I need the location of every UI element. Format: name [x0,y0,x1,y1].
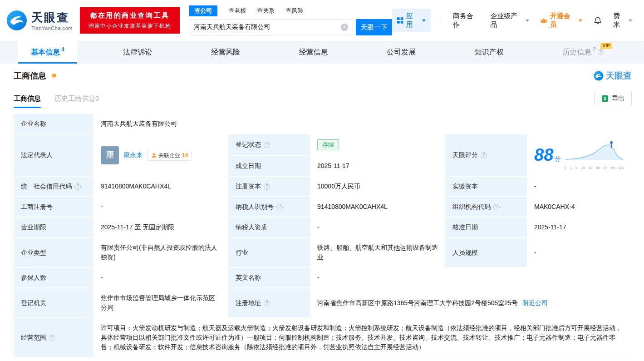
score-number: 88 [534,145,553,164]
score-axis-ticks: 0151550859799100 [565,165,624,171]
tab-history-info[interactable]: VIP 历史信息 2 ? [550,41,617,64]
grid-icon [397,17,403,24]
help-icon[interactable]: ? [74,183,81,190]
business-term-label: 营业期限 [14,218,93,238]
ad-line2: 国家中小企业发展基金旗下机构 [88,22,171,30]
table-row: 登记机关 焦作市市场监督管理局城乡一体化示范区分局 注册地址? 河南省焦作市高新… [14,288,632,318]
tab-legal-lawsuit[interactable]: 法律诉讼 [110,41,165,64]
table-row: 经营范围? 许可项目：火箭发动机研发与制造；航天器及运载火箭制造；火箭发射设备研… [14,318,632,358]
credit-code-value: 91410800MAK0CAHX4L [93,177,228,197]
tianyancha-logo[interactable]: 天眼查 TianYanCha.com [6,10,73,31]
company-type-value: 有限责任公司(非自然人投资或控股的法人独资) [93,238,228,268]
help-icon[interactable]: ? [493,204,500,210]
taxpayer-quality-value: - [310,218,445,238]
industry-value: 铁路、船舶、航空航天和其他运输设备制造业 [310,238,445,268]
menu-cooperation[interactable]: 商务合作 [453,12,480,29]
reg-status-cell: 存续 [310,134,445,156]
table-row: 统一社会信用代码? 91410800MAK0CAHX4L 注册资本? 10000… [14,177,632,197]
field-label: 经营范围 [21,334,46,341]
export-label: 导出 [612,94,624,103]
tianyan-score-value: 88分 [534,142,560,168]
company-nav-tabs: 基本信息 4 法律诉讼 经营风险 经营信息 公司发展 知识产权 VIP 历史信息… [0,41,644,64]
related-companies-count: 14 [182,151,188,159]
ad-line1: 都在用的商业查询工具 [90,11,170,20]
english-name-label: 英文名称 [228,268,310,288]
excel-icon [601,95,609,102]
reg-number-value: - [93,197,228,218]
score-curve [565,139,624,162]
menu-enterprise[interactable]: 企业级产品 [490,12,529,29]
reg-status-label: 登记状态? [228,134,310,156]
help-icon[interactable]: ? [264,142,270,148]
reg-number-label: 工商注册号 [14,197,93,218]
table-row: 工商注册号 - 纳税人识别号? 91410800MAK0CAHX4L 组织机构代… [14,197,632,218]
help-icon[interactable]: ? [481,152,487,158]
english-name-value: - [310,268,632,288]
legal-rep-avatar[interactable]: 康 [101,146,119,164]
tab-basic-info-label: 基本信息 [31,48,60,57]
search-tab-company[interactable]: 查公司 [189,5,217,16]
chevron-down-icon [579,20,582,22]
ad-banner[interactable]: 都在用的商业查询工具 国家中小企业发展基金旗下机构 [80,7,180,34]
legal-rep-label: 法定代表人 [14,134,93,177]
chevron-down-icon [422,20,426,22]
help-icon[interactable]: ? [598,49,604,55]
company-type-label: 企业类型 [14,238,93,268]
nearby-companies-link[interactable]: 附近公司 [522,299,548,307]
help-icon[interactable]: ? [264,183,270,190]
export-button[interactable]: 导出 [594,91,632,106]
field-label: 纳税人识别号 [236,203,274,210]
tab-label: 公司发展 [387,48,416,57]
approval-date-value: 2025-11-17 [527,218,632,238]
table-row: 营业期限 2025-11-17 至 无固定期限 纳税人资质 - 核准日期 202… [14,218,632,238]
section-title: 工商信息 [14,70,46,81]
approval-date-label: 核准日期 [445,218,527,238]
search-tab-relation[interactable]: 查关系 [257,5,275,16]
business-term-value: 2025-11-17 至 无固定期限 [93,218,228,238]
search-tab-boss[interactable]: 查老板 [228,5,246,16]
menu-enterprise-label: 企业级产品 [490,12,523,29]
search-tab-risk[interactable]: 查风险 [285,5,303,16]
crown-icon [540,17,548,24]
subscribe-bell-icon[interactable] [50,72,58,79]
clear-icon[interactable]: × [341,24,348,31]
help-icon[interactable]: ? [276,204,283,210]
tab-basic-info[interactable]: 基本信息 4 [18,41,77,64]
tab-operation-info[interactable]: 经营信息 [286,41,340,64]
related-companies-tag[interactable]: 关联企业 14 [147,150,192,161]
field-label: 登记状态 [236,141,261,148]
subtab-business-info[interactable]: 工商信息 [14,94,41,108]
tianyan-score-cell: 88分 0151550859799100 [527,134,632,177]
table-row: 参保人数 - 英文名称 - [14,268,632,288]
main-content: 工商信息 天眼查 工商信息 历史工商信息0 导 [0,64,644,358]
company-name-label: 企业名称 [14,114,93,134]
search-button[interactable]: 天眼一下 [356,19,392,35]
tab-label: 历史信息 [562,48,591,57]
status-badge: 存续 [317,139,339,150]
tab-company-development[interactable]: 公司发展 [374,41,428,64]
help-icon[interactable]: ? [49,335,55,341]
user-menu[interactable]: 费米 [613,12,632,29]
subtab-history-business-info[interactable]: 历史工商信息0 [54,94,99,108]
reg-authority-label: 登记机关 [14,288,93,318]
paid-capital-value: - [527,177,632,197]
notification-bell-icon[interactable] [593,16,602,25]
legal-rep-cell: 康 康永来 关联企业 14 [93,134,228,177]
tab-operation-risk[interactable]: 经营风险 [198,41,253,64]
taxpayer-id-label: 纳税人识别号? [228,197,310,218]
business-info-table: 企业名称 河南天兵航天装备有限公司 法定代表人 康 康永来 关联企业 14 [14,114,632,358]
menu-open-vip-label: 开通会员 [550,12,576,29]
search-input[interactable] [194,24,341,31]
subtab-row: 工商信息 历史工商信息0 导出 [14,91,632,108]
score-unit: 分 [555,155,560,162]
taxpayer-id-value: 91410800MAK0CAHX4L [310,197,445,218]
top-menu: 应用 商务合作 企业级产品 开通会员 费米 [392,9,632,32]
legal-rep-name-link[interactable]: 康永来 [123,150,143,160]
menu-open-vip[interactable]: 开通会员 [540,12,582,29]
tab-intellectual-property[interactable]: 知识产权 [462,41,516,64]
score-chart: 0151550859799100 [565,139,624,171]
tab-basic-info-count: 4 [61,46,64,53]
table-row: 企业类型 有限责任公司(非自然人投资或控股的法人独资) 行业 铁路、船舶、航空航… [14,238,632,268]
apps-menu[interactable]: 应用 [392,9,430,32]
help-icon[interactable]: ? [264,300,270,307]
